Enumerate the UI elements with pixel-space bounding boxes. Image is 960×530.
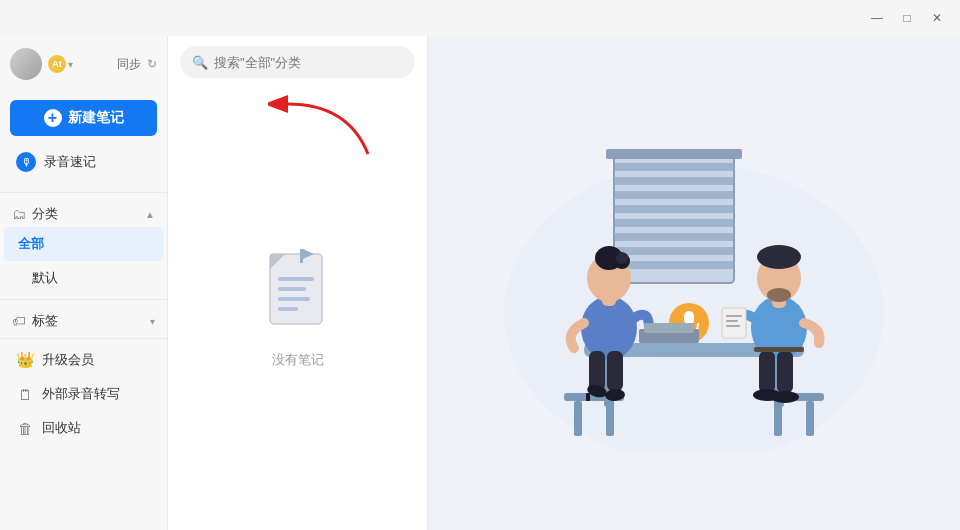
svg-rect-25 <box>574 401 582 436</box>
tag-title: 🏷 标签 <box>12 312 58 330</box>
svg-rect-43 <box>759 351 775 393</box>
svg-rect-11 <box>614 163 734 171</box>
app-body: At ▾ 同步 ↻ + 新建笔记 🎙 录音速记 🗂 分类 ▲ <box>0 36 960 530</box>
svg-rect-15 <box>614 219 734 227</box>
sidebar-item-recycle[interactable]: 🗑 回收站 <box>4 411 163 445</box>
svg-rect-44 <box>777 351 793 393</box>
close-button[interactable]: ✕ <box>922 6 952 30</box>
recycle-label: 回收站 <box>42 419 81 437</box>
search-icon: 🔍 <box>192 55 208 70</box>
svg-rect-53 <box>726 315 742 317</box>
svg-rect-57 <box>684 311 694 325</box>
tag-section-header[interactable]: 🏷 标签 ▾ <box>0 304 167 334</box>
voice-note-label: 录音速记 <box>44 153 96 171</box>
svg-rect-17 <box>614 247 734 255</box>
avatar[interactable] <box>10 48 42 80</box>
svg-rect-16 <box>614 233 734 241</box>
divider-2 <box>0 299 167 300</box>
sidebar-item-audio-transcribe[interactable]: 🗒 外部录音转写 <box>4 377 163 411</box>
title-bar: — □ ✕ <box>0 0 960 36</box>
middle-panel: 🔍 没有 <box>168 36 428 530</box>
svg-rect-52 <box>722 308 746 338</box>
chevron-down-icon[interactable]: ▾ <box>68 59 73 70</box>
sidebar: At ▾ 同步 ↻ + 新建笔记 🎙 录音速记 🗂 分类 ▲ <box>0 36 168 530</box>
avatar-image <box>10 48 42 80</box>
sync-icon[interactable]: ↻ <box>147 57 157 71</box>
svg-point-50 <box>757 245 801 269</box>
illustration-svg <box>474 113 914 453</box>
minimize-button[interactable]: — <box>862 6 892 30</box>
folder-icon: 🗂 <box>12 206 26 222</box>
svg-rect-13 <box>614 191 734 199</box>
search-input[interactable] <box>214 55 403 70</box>
sidebar-item-default[interactable]: 默认 <box>4 261 163 295</box>
category-chevron-icon: ▲ <box>145 209 155 220</box>
category-title: 🗂 分类 <box>12 205 58 223</box>
svg-rect-18 <box>614 261 734 269</box>
tag-chevron-icon: ▾ <box>150 316 155 327</box>
svg-rect-32 <box>586 393 590 401</box>
maximize-button[interactable]: □ <box>892 6 922 30</box>
upgrade-label: 升级会员 <box>42 351 94 369</box>
sidebar-item-upgrade[interactable]: 👑 升级会员 <box>4 343 163 377</box>
crown-icon: 👑 <box>16 351 34 369</box>
svg-point-46 <box>771 391 799 403</box>
audio-transcribe-label: 外部录音转写 <box>42 385 120 403</box>
voice-note-button[interactable]: 🎙 录音速记 <box>10 144 157 180</box>
sidebar-item-all[interactable]: 全部 <box>4 227 163 261</box>
new-note-button[interactable]: + 新建笔记 <box>10 100 157 136</box>
right-panel <box>428 36 960 530</box>
svg-rect-29 <box>607 351 623 391</box>
svg-rect-5 <box>278 307 298 311</box>
svg-rect-12 <box>614 177 734 185</box>
svg-point-37 <box>616 252 628 264</box>
plus-icon: + <box>44 109 62 127</box>
svg-rect-20 <box>606 149 742 159</box>
svg-rect-6 <box>300 249 303 263</box>
svg-rect-4 <box>278 297 310 301</box>
search-input-wrap: 🔍 <box>180 46 415 78</box>
mic-icon: 🎙 <box>16 152 36 172</box>
svg-rect-26 <box>606 401 614 436</box>
empty-document-icon <box>258 249 338 339</box>
middle-content: 没有笔记 <box>168 88 427 530</box>
file-audio-icon: 🗒 <box>16 386 34 403</box>
svg-rect-41 <box>806 401 814 436</box>
trash-icon: 🗑 <box>16 420 34 437</box>
illustration-wrap <box>428 36 960 530</box>
svg-rect-3 <box>278 287 306 291</box>
svg-point-51 <box>767 288 791 302</box>
svg-rect-61 <box>644 323 694 333</box>
tag-icon: 🏷 <box>12 313 26 329</box>
divider-3 <box>0 338 167 339</box>
sidebar-header-icons: At ▾ <box>48 55 107 73</box>
svg-rect-55 <box>726 325 740 327</box>
search-bar: 🔍 <box>168 36 427 88</box>
sidebar-header: At ▾ 同步 ↻ <box>0 36 167 92</box>
category-section: 🗂 分类 ▲ 全部 默认 <box>0 197 167 295</box>
svg-rect-2 <box>278 277 314 281</box>
level-icon: At <box>48 55 66 73</box>
sync-label: 同步 <box>117 56 141 73</box>
svg-rect-40 <box>774 401 782 436</box>
svg-rect-14 <box>614 205 734 213</box>
svg-rect-54 <box>726 320 738 322</box>
svg-rect-47 <box>754 347 804 352</box>
empty-text: 没有笔记 <box>272 351 324 369</box>
divider-1 <box>0 192 167 193</box>
category-section-header[interactable]: 🗂 分类 ▲ <box>0 197 167 227</box>
new-note-label: 新建笔记 <box>68 109 124 127</box>
